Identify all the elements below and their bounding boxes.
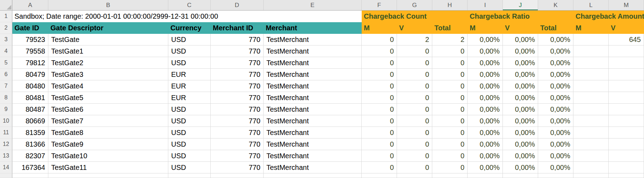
row-number-11[interactable]: 11 (0, 127, 12, 139)
cell-D3[interactable]: 770 (211, 34, 264, 45)
cell-G5[interactable]: 0 (397, 57, 432, 69)
row-number-8[interactable]: 8 (0, 92, 12, 104)
cell-E4[interactable]: TestMerchant (264, 45, 362, 57)
cell-L13[interactable] (573, 150, 609, 162)
cell-E6[interactable]: TestMerchant (264, 69, 362, 80)
cell-G10[interactable]: 0 (397, 115, 432, 127)
cell-J9[interactable]: 0,00% (503, 104, 538, 115)
header-gate-descriptor[interactable]: Gate Descriptor (48, 22, 168, 34)
cell-G8[interactable]: 0 (397, 92, 432, 104)
column-header-D[interactable]: D (211, 0, 264, 10)
cell-A13[interactable]: 82307 (12, 150, 48, 162)
cell-B10[interactable]: TestGate7 (48, 115, 168, 127)
cell-B13[interactable]: TestGate10 (48, 150, 168, 162)
sub-header-h[interactable]: Total (432, 22, 468, 34)
cell-L12[interactable] (573, 139, 609, 150)
cell-M15[interactable] (609, 173, 644, 178)
row-number-10[interactable]: 10 (0, 115, 12, 127)
cell-L7[interactable] (573, 80, 609, 92)
cell-C12[interactable]: USD (168, 139, 211, 150)
column-header-H[interactable]: H (432, 0, 468, 10)
cell-L3[interactable] (573, 34, 609, 45)
cell-B14[interactable]: TestGate11 (48, 162, 168, 173)
row-number-15[interactable] (0, 173, 12, 178)
header-merchant-id[interactable]: Merchant ID (211, 22, 264, 34)
group-header-chargeback-amount[interactable]: Chargeback Amount (573, 11, 644, 22)
cell-I9[interactable]: 0,00% (468, 104, 503, 115)
cell-H9[interactable]: 0 (432, 104, 468, 115)
cell-G7[interactable]: 0 (397, 80, 432, 92)
cell-G15[interactable] (397, 173, 432, 178)
cell-C13[interactable]: USD (168, 150, 211, 162)
cell-G3[interactable]: 2 (397, 34, 432, 45)
cell-A4[interactable]: 79558 (12, 45, 48, 57)
cell-J3[interactable]: 0,00% (503, 34, 538, 45)
banner-cell[interactable]: Sandbox; Date range: 2000-01-01 00:00:00… (12, 11, 362, 22)
cell-M3[interactable]: 645 (609, 34, 644, 45)
cell-H10[interactable]: 0 (432, 115, 468, 127)
cell-K8[interactable]: 0,00% (538, 92, 573, 104)
cell-L6[interactable] (573, 69, 609, 80)
cell-I4[interactable]: 0,00% (468, 45, 503, 57)
header-merchant[interactable]: Merchant (264, 22, 362, 34)
cell-L10[interactable] (573, 115, 609, 127)
cell-I8[interactable]: 0,00% (468, 92, 503, 104)
cell-H6[interactable]: 0 (432, 69, 468, 80)
column-header-J[interactable]: J (503, 0, 538, 10)
cell-C6[interactable]: EUR (168, 69, 211, 80)
cell-D5[interactable]: 770 (211, 57, 264, 69)
select-all-corner[interactable] (0, 0, 12, 10)
cell-C15[interactable] (168, 173, 211, 178)
cell-A12[interactable]: 81366 (12, 139, 48, 150)
cell-D6[interactable]: 770 (211, 69, 264, 80)
cell-D7[interactable]: 770 (211, 80, 264, 92)
cell-B6[interactable]: TestGate3 (48, 69, 168, 80)
row-number-12[interactable]: 12 (0, 139, 12, 150)
cell-E5[interactable]: TestMerchant (264, 57, 362, 69)
cell-B15[interactable] (48, 173, 168, 178)
cell-K7[interactable]: 0,00% (538, 80, 573, 92)
cell-J4[interactable]: 0,00% (503, 45, 538, 57)
row-number-4[interactable]: 4 (0, 45, 12, 57)
cell-A8[interactable]: 80481 (12, 92, 48, 104)
cell-E13[interactable]: TestMerchant (264, 150, 362, 162)
cell-J10[interactable]: 0,00% (503, 115, 538, 127)
cell-H8[interactable]: 0 (432, 92, 468, 104)
cell-B11[interactable]: TestGate8 (48, 127, 168, 139)
cell-K10[interactable]: 0,00% (538, 115, 573, 127)
cell-E7[interactable]: TestMerchant (264, 80, 362, 92)
cell-K15[interactable] (538, 173, 573, 178)
cell-A10[interactable]: 80669 (12, 115, 48, 127)
header-gate-id[interactable]: Gate ID (12, 22, 48, 34)
column-header-L[interactable]: L (573, 0, 609, 10)
cell-J12[interactable]: 0,00% (503, 139, 538, 150)
row-number-7[interactable]: 7 (0, 80, 12, 92)
cell-I15[interactable] (468, 173, 503, 178)
cell-F12[interactable]: 0 (362, 139, 397, 150)
row-number-13[interactable]: 13 (0, 150, 12, 162)
cell-F14[interactable]: 0 (362, 162, 397, 173)
cell-F15[interactable] (362, 173, 397, 178)
cell-M4[interactable] (609, 45, 644, 57)
cell-M5[interactable] (609, 57, 644, 69)
cell-I7[interactable]: 0,00% (468, 80, 503, 92)
cell-H11[interactable]: 0 (432, 127, 468, 139)
cell-E11[interactable]: TestMerchant (264, 127, 362, 139)
cell-G4[interactable]: 0 (397, 45, 432, 57)
cell-D12[interactable]: 770 (211, 139, 264, 150)
cell-J13[interactable]: 0,00% (503, 150, 538, 162)
cell-F13[interactable]: 0 (362, 150, 397, 162)
cell-G14[interactable]: 0 (397, 162, 432, 173)
cell-H12[interactable]: 0 (432, 139, 468, 150)
cell-A9[interactable]: 80487 (12, 104, 48, 115)
cell-G11[interactable]: 0 (397, 127, 432, 139)
cell-F11[interactable]: 0 (362, 127, 397, 139)
cell-F4[interactable]: 0 (362, 45, 397, 57)
cell-I3[interactable]: 0,00% (468, 34, 503, 45)
column-header-B[interactable]: B (48, 0, 168, 10)
cell-L8[interactable] (573, 92, 609, 104)
row-number-14[interactable]: 14 (0, 162, 12, 173)
sub-header-g[interactable]: V (397, 22, 432, 34)
cell-M14[interactable] (609, 162, 644, 173)
cell-E15[interactable] (264, 173, 362, 178)
